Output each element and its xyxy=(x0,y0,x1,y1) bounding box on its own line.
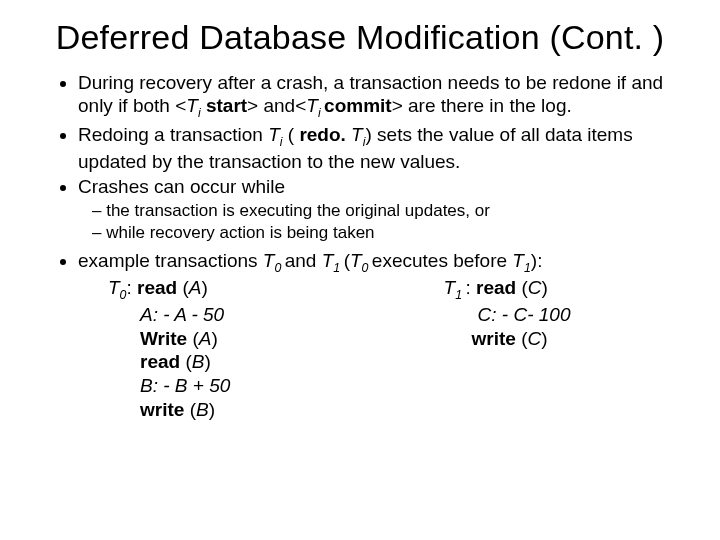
t0-line-4: read (B) xyxy=(78,350,404,374)
sub-bullet-list: the transaction is executing the origina… xyxy=(78,200,670,243)
sub-bullet-1: the transaction is executing the origina… xyxy=(110,200,670,221)
transaction-t1: T1 : read (C) C: - C- 100 write (C) xyxy=(404,276,670,422)
bullet-4: example transactions T0 and T1 (T0 execu… xyxy=(78,249,670,422)
text: ): xyxy=(531,250,543,271)
bullet-list: During recovery after a crash, a transac… xyxy=(50,71,670,422)
text: ( xyxy=(282,124,299,145)
t1-line-2: C: - C- 100 xyxy=(404,303,670,327)
text: and xyxy=(285,250,322,271)
t0-line-1: T0: read (A) xyxy=(78,276,404,303)
t0-line-5: B: - B + 50 xyxy=(78,374,404,398)
var-ti: Ti xyxy=(268,124,282,145)
var-t1: T1 xyxy=(512,250,530,271)
var-t0: T0 xyxy=(263,250,285,271)
var-ti: Ti xyxy=(306,95,324,116)
t0-line-3: Write (A) xyxy=(78,327,404,351)
slide-title: Deferred Database Modification (Cont. ) xyxy=(50,18,670,57)
t0-line-6: write (B) xyxy=(78,398,404,422)
transaction-t0: T0: read (A) A: - A - 50 Write (A) read … xyxy=(78,276,404,422)
example-columns: T0: read (A) A: - A - 50 Write (A) read … xyxy=(78,276,670,422)
kw-redo: redo. xyxy=(299,124,351,145)
var-t0: T0 xyxy=(350,250,372,271)
text: > and< xyxy=(247,95,306,116)
kw-start: start xyxy=(206,95,247,116)
t1-line-3: write (C) xyxy=(404,327,670,351)
sub-bullet-2: while recovery action is being taken xyxy=(110,222,670,243)
var-t1: T1 xyxy=(322,250,344,271)
bullet-2: Redoing a transaction Ti ( redo. Ti) set… xyxy=(78,123,670,173)
t0-line-2: A: - A - 50 xyxy=(78,303,404,327)
text: > are there in the log. xyxy=(392,95,572,116)
text: executes before xyxy=(372,250,512,271)
var-ti: Ti xyxy=(186,95,200,116)
bullet-3: Crashes can occur while xyxy=(78,175,670,198)
t1-line-1: T1 : read (C) xyxy=(404,276,670,303)
bullet-1: During recovery after a crash, a transac… xyxy=(78,71,670,121)
text: example transactions xyxy=(78,250,263,271)
text: Redoing a transaction xyxy=(78,124,268,145)
kw-commit: commit xyxy=(324,95,392,116)
slide: Deferred Database Modification (Cont. ) … xyxy=(0,0,720,540)
var-ti: Ti xyxy=(351,124,365,145)
